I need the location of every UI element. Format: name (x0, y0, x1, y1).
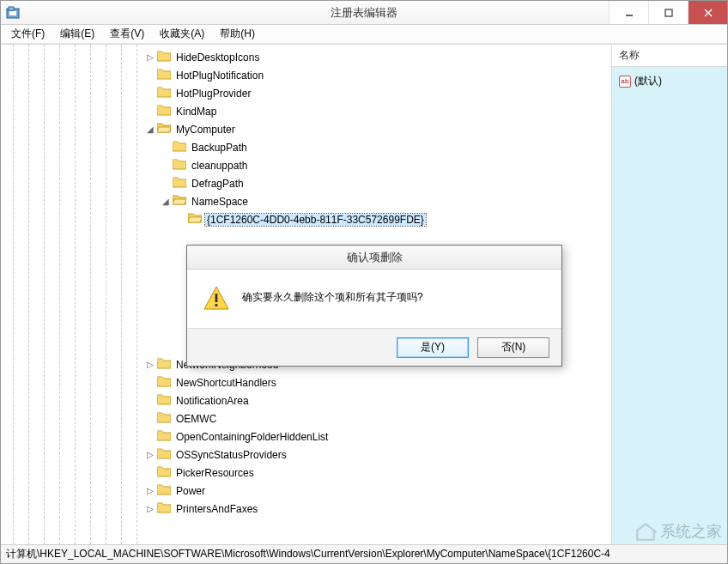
tree-item[interactable]: HotPlugNotification (145, 66, 611, 84)
tree-item[interactable]: NotificationArea (145, 391, 611, 409)
folder-icon (157, 86, 174, 100)
close-button[interactable] (688, 1, 727, 24)
minimize-button[interactable] (609, 1, 648, 24)
tree-item[interactable]: ◢NameSpace (145, 192, 611, 210)
folder-icon (157, 429, 174, 444)
tree-item[interactable]: NewShortcutHandlers (145, 373, 611, 391)
folder-icon (157, 393, 174, 408)
expand-icon[interactable]: ▷ (145, 360, 155, 370)
expand-icon[interactable]: ▷ (145, 486, 155, 496)
folder-icon (157, 68, 174, 82)
dialog-body: 确实要永久删除这个项和所有其子项吗? (187, 270, 561, 328)
menu-favorites[interactable]: 收藏夹(A) (153, 25, 211, 43)
expand-icon[interactable]: ▷ (145, 52, 155, 63)
svg-rect-8 (215, 294, 218, 302)
tree-item-label: {1CF1260C-4DD0-4ebb-811F-33C572699FDE} (205, 214, 426, 226)
tree-item-label: OpenContainingFolderHiddenList (174, 431, 330, 443)
value-row-default[interactable]: ab (默认) (617, 72, 722, 90)
tree-item[interactable]: cleanuppath (145, 156, 611, 174)
folder-icon (157, 104, 174, 118)
tree-item-label: OEMWC (174, 413, 218, 425)
dialog-title: 确认项删除 (187, 246, 561, 270)
dialog-message: 确实要永久删除这个项和所有其子项吗? (242, 285, 423, 305)
tree-item-label: KindMap (174, 106, 218, 118)
svg-rect-1 (9, 7, 14, 10)
tree-item-label: NameSpace (190, 196, 250, 208)
svg-rect-9 (215, 304, 218, 306)
window-buttons (609, 1, 727, 24)
menu-file[interactable]: 文件(F) (4, 25, 52, 43)
folder-icon (173, 194, 190, 209)
titlebar: 注册表编辑器 (1, 1, 727, 25)
menubar: 文件(F) 编辑(E) 查看(V) 收藏夹(A) 帮助(H) (1, 25, 727, 44)
tree-item[interactable]: OEMWC (145, 409, 611, 428)
tree-item[interactable]: DefragPath (145, 174, 611, 192)
collapse-icon[interactable]: ◢ (161, 197, 171, 207)
tree-item[interactable]: PickerResources (145, 464, 611, 482)
yes-button[interactable]: 是(Y) (397, 337, 469, 358)
tree-item[interactable]: HotPlugProvider (145, 84, 611, 102)
tree-item-label: NewShortcutHandlers (174, 377, 278, 389)
folder-icon (157, 375, 174, 390)
svg-rect-2 (9, 11, 16, 15)
values-list: ab (默认) (612, 67, 727, 544)
folder-icon (157, 50, 174, 64)
menu-help[interactable]: 帮助(H) (213, 25, 262, 43)
warning-icon (203, 285, 230, 312)
no-button[interactable]: 否(N) (477, 337, 549, 358)
folder-icon (188, 212, 205, 227)
value-name: (默认) (634, 74, 662, 88)
status-bar: 计算机\HKEY_LOCAL_MACHINE\SOFTWARE\Microsof… (1, 544, 727, 563)
tree-item-label: PrintersAndFaxes (174, 503, 259, 515)
folder-icon (173, 140, 190, 155)
registry-editor-window: 注册表编辑器 文件(F) 编辑(E) 查看(V) 收藏夹(A) 帮助(H) (0, 0, 728, 564)
tree-item-label: OSSyncStatusProviders (174, 449, 288, 461)
folder-icon (157, 357, 174, 372)
tree-item[interactable]: {1CF1260C-4DD0-4ebb-811F-33C572699FDE} (145, 210, 611, 228)
tree-item-label: MyComputer (174, 124, 237, 136)
folder-icon (157, 447, 174, 462)
folder-icon (173, 158, 190, 173)
folder-icon (157, 465, 174, 480)
tree-item[interactable]: ▷PrintersAndFaxes (145, 500, 611, 518)
tree-item-label: Power (174, 485, 207, 497)
menu-edit[interactable]: 编辑(E) (53, 25, 101, 43)
expand-icon[interactable]: ▷ (145, 504, 155, 514)
tree-item[interactable]: ▷HideDesktopIcons (145, 48, 611, 66)
folder-icon (157, 411, 174, 426)
string-value-icon: ab (619, 76, 631, 88)
folder-icon (157, 122, 174, 136)
tree-item-label: PickerResources (174, 467, 256, 479)
tree-item-label: DefragPath (190, 178, 246, 190)
expand-icon[interactable]: ▷ (145, 450, 155, 460)
values-header-name[interactable]: 名称 (612, 45, 727, 67)
collapse-icon[interactable]: ◢ (145, 124, 155, 135)
menu-view[interactable]: 查看(V) (103, 25, 151, 43)
tree-item[interactable]: KindMap (145, 102, 611, 120)
tree-item[interactable]: OpenContainingFolderHiddenList (145, 428, 611, 446)
tree-item-label: HideDesktopIcons (174, 52, 261, 64)
tree-item[interactable]: ▷OSSyncStatusProviders (145, 446, 611, 464)
tree-item[interactable]: ◢MyComputer (145, 120, 611, 138)
tree-item-label: BackupPath (190, 142, 249, 154)
dialog-buttons: 是(Y) 否(N) (187, 328, 561, 366)
tree-item[interactable]: BackupPath (145, 138, 611, 156)
values-pane: 名称 ab (默认) (612, 45, 727, 544)
folder-icon (173, 176, 190, 191)
tree-item-label: NotificationArea (174, 395, 251, 407)
app-icon (6, 6, 20, 20)
maximize-button[interactable] (648, 1, 688, 24)
folder-icon (157, 483, 174, 498)
tree-item-label: HotPlugNotification (174, 70, 265, 82)
confirm-delete-dialog: 确认项删除 确实要永久删除这个项和所有其子项吗? 是(Y) 否(N) (186, 245, 562, 367)
svg-rect-4 (665, 9, 672, 16)
tree-item-label: cleanuppath (190, 160, 249, 172)
tree-item-label: HotPlugProvider (174, 88, 252, 100)
tree-item[interactable]: ▷Power (145, 482, 611, 500)
folder-icon (157, 501, 174, 516)
